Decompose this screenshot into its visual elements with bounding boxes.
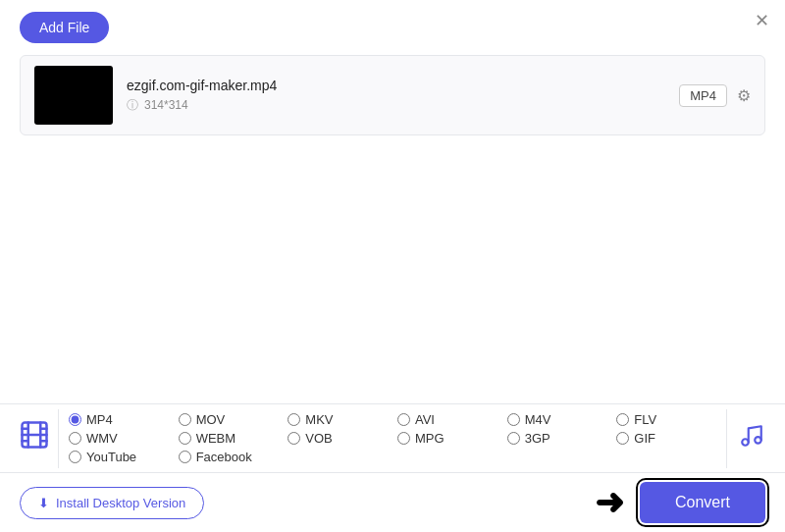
format-bar: MP4 MOV MKV AVI M4V FLV WMV WEBM VOB MPG <box>0 403 785 473</box>
file-actions: MP4 ⚙ <box>679 84 751 107</box>
file-thumbnail <box>34 66 113 125</box>
format-option-facebook[interactable]: Facebook <box>179 450 288 464</box>
format-option-mov[interactable]: MOV <box>179 412 288 427</box>
video-format-section <box>10 409 59 468</box>
add-file-button[interactable]: Add File <box>20 12 109 43</box>
music-icon <box>739 423 764 454</box>
format-option-gif[interactable]: GIF <box>616 431 726 446</box>
gear-icon: ⚙ <box>737 87 751 104</box>
format-option-youtube[interactable]: YouTube <box>69 450 179 464</box>
header: Add File <box>0 0 785 55</box>
file-meta: ⓘ 314*314 <box>127 97 665 114</box>
film-icon <box>20 420 49 456</box>
format-option-mkv[interactable]: MKV <box>288 412 397 427</box>
format-option-3gp[interactable]: 3GP <box>507 431 617 446</box>
format-options: MP4 MOV MKV AVI M4V FLV WMV WEBM VOB MPG <box>69 404 726 472</box>
audio-format-section[interactable] <box>726 409 775 468</box>
close-button[interactable]: ✕ <box>755 12 769 29</box>
footer-right: ➜ Convert <box>595 482 765 523</box>
format-option-avi[interactable]: AVI <box>397 412 507 427</box>
format-option-wmv[interactable]: WMV <box>69 431 179 446</box>
file-dimensions: 314*314 <box>144 98 188 112</box>
format-option-vob[interactable]: VOB <box>288 431 397 446</box>
format-badge[interactable]: MP4 <box>679 84 727 107</box>
convert-button[interactable]: Convert <box>640 482 765 523</box>
download-icon: ⬇ <box>38 496 49 510</box>
file-name: ezgif.com-gif-maker.mp4 <box>127 78 665 93</box>
format-option-m4v[interactable]: M4V <box>507 412 617 427</box>
svg-point-8 <box>742 439 749 446</box>
file-info: ezgif.com-gif-maker.mp4 ⓘ 314*314 <box>127 78 665 114</box>
arrow-icon: ➜ <box>595 482 624 523</box>
install-desktop-button[interactable]: ⬇ Install Desktop Version <box>20 487 204 519</box>
format-option-mp4[interactable]: MP4 <box>69 412 179 427</box>
file-item: ezgif.com-gif-maker.mp4 ⓘ 314*314 MP4 ⚙ <box>20 55 765 135</box>
format-option-mpg[interactable]: MPG <box>397 431 507 446</box>
svg-point-9 <box>755 437 761 444</box>
footer: ⬇ Install Desktop Version ➜ Convert <box>0 473 785 532</box>
settings-button[interactable]: ⚙ <box>737 86 751 105</box>
format-option-webm[interactable]: WEBM <box>179 431 288 446</box>
install-label: Install Desktop Version <box>56 496 185 510</box>
info-icon: ⓘ <box>127 97 138 114</box>
format-option-flv[interactable]: FLV <box>616 412 726 427</box>
close-icon: ✕ <box>755 11 769 30</box>
